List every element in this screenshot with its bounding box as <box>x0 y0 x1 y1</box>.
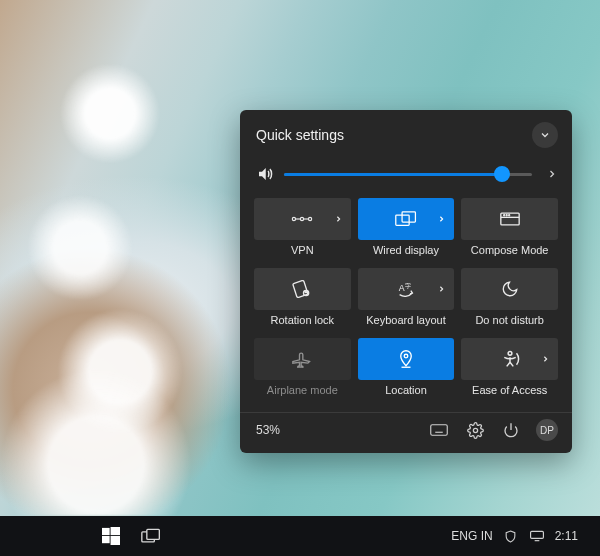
svg-marker-0 <box>259 168 266 180</box>
vpn-icon <box>291 212 313 226</box>
tile-label-keyboard-layout: Keyboard layout <box>358 314 455 326</box>
tile-label-vpn: VPN <box>254 244 351 256</box>
gear-icon <box>467 422 484 439</box>
tile-label-ease-of-access: Ease of Access <box>461 384 558 396</box>
svg-point-27 <box>473 428 477 432</box>
svg-rect-15 <box>305 291 307 293</box>
chevron-right-icon <box>437 285 446 294</box>
svg-rect-31 <box>102 536 110 543</box>
user-avatar[interactable]: DP <box>536 419 558 441</box>
desktop-wallpaper: Quick settings VPNWired displayCompose M… <box>0 0 600 556</box>
on-screen-keyboard-button[interactable] <box>428 419 450 441</box>
svg-rect-32 <box>111 536 120 545</box>
chevron-right-icon <box>541 355 550 364</box>
tile-wired-display[interactable] <box>358 198 455 240</box>
panel-title: Quick settings <box>256 127 344 143</box>
collapse-button[interactable] <box>532 122 558 148</box>
svg-point-11 <box>506 215 507 216</box>
volume-expand-button[interactable] <box>542 164 562 184</box>
svg-rect-29 <box>102 528 110 535</box>
svg-point-18 <box>404 354 408 358</box>
tile-label-compose-mode: Compose Mode <box>461 244 558 256</box>
svg-point-12 <box>508 215 509 216</box>
power-icon <box>503 422 519 438</box>
tile-keyboard-layout[interactable]: A字 <box>358 268 455 310</box>
chevron-right-icon <box>437 215 446 224</box>
project-icon <box>395 211 417 227</box>
volume-slider[interactable] <box>284 167 532 181</box>
volume-icon <box>256 165 274 183</box>
language-indicator[interactable]: ENG IN <box>451 529 492 543</box>
svg-point-20 <box>508 351 512 355</box>
keyboard-layout-icon: A字 <box>396 281 416 297</box>
tile-compose-mode[interactable] <box>461 198 558 240</box>
svg-point-10 <box>503 215 504 216</box>
svg-rect-30 <box>111 527 120 535</box>
svg-point-3 <box>309 217 312 220</box>
tile-rotation-lock[interactable] <box>254 268 351 310</box>
task-view-icon <box>141 528 161 544</box>
svg-text:字: 字 <box>405 282 411 289</box>
tile-do-not-disturb[interactable] <box>461 268 558 310</box>
tile-ease-of-access[interactable] <box>461 338 558 380</box>
start-button[interactable] <box>96 521 126 551</box>
chevron-down-icon <box>539 129 551 141</box>
airplane-icon <box>292 349 312 369</box>
tray-icon-1[interactable] <box>503 528 519 544</box>
clock[interactable]: 2:11 <box>555 529 578 543</box>
windows-logo-icon <box>102 527 120 545</box>
tile-location[interactable] <box>358 338 455 380</box>
tile-label-do-not-disturb: Do not disturb <box>461 314 558 326</box>
tile-label-location: Location <box>358 384 455 396</box>
tile-airplane-mode <box>254 338 351 380</box>
svg-point-2 <box>301 217 304 220</box>
tile-label-airplane-mode: Airplane mode <box>254 384 351 396</box>
rotation-lock-icon <box>292 280 312 298</box>
moon-icon <box>501 280 519 298</box>
wallpaper-foam <box>0 0 200 516</box>
power-button[interactable] <box>500 419 522 441</box>
svg-rect-35 <box>530 531 543 538</box>
shield-icon <box>504 530 517 543</box>
input-icon <box>530 530 544 542</box>
chevron-right-icon <box>334 215 343 224</box>
tile-label-wired-display: Wired display <box>358 244 455 256</box>
battery-text: 53% <box>256 423 280 437</box>
accessibility-icon <box>500 350 520 368</box>
chevron-right-icon <box>546 168 558 180</box>
tray-icon-2[interactable] <box>529 528 545 544</box>
task-view-button[interactable] <box>136 521 166 551</box>
tile-vpn[interactable] <box>254 198 351 240</box>
tile-label-rotation-lock: Rotation lock <box>254 314 351 326</box>
svg-text:A: A <box>399 283 405 293</box>
taskbar: ENG IN 2:11 <box>0 516 600 556</box>
keyboard-icon <box>430 424 448 436</box>
svg-rect-34 <box>147 529 160 539</box>
compose-icon <box>500 212 520 226</box>
location-icon <box>397 349 415 369</box>
settings-button[interactable] <box>464 419 486 441</box>
quick-settings-panel: Quick settings VPNWired displayCompose M… <box>240 110 572 453</box>
svg-rect-21 <box>431 425 448 436</box>
svg-point-1 <box>293 217 296 220</box>
